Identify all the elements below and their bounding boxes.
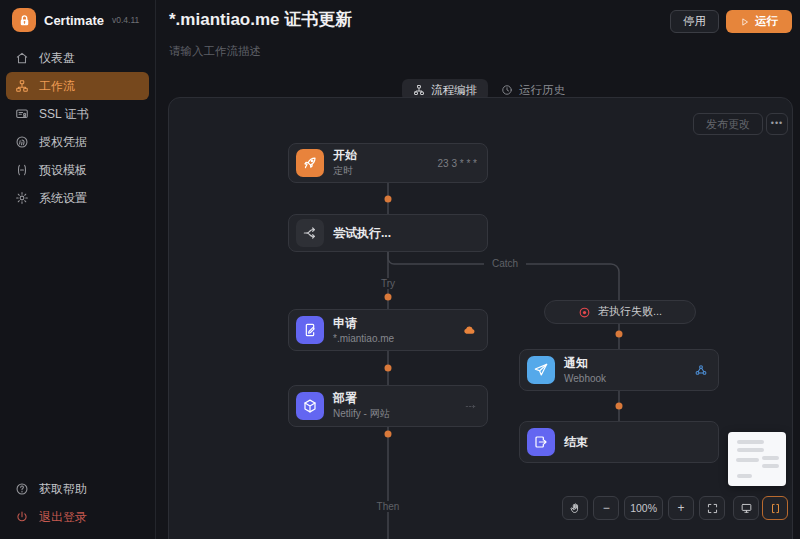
- sidebar-item-help[interactable]: 获取帮助: [6, 475, 149, 503]
- rocket-icon: [296, 149, 324, 177]
- branch-icon: [296, 219, 324, 247]
- node-subtitle: *.miantiao.me: [333, 333, 394, 344]
- minimap-node-bar: [762, 464, 779, 468]
- sidebar-item-label: 系统设置: [39, 190, 87, 207]
- app-window: Certimate v0.4.11 仪表盘 工作流 SSL 证书 授权凭据: [0, 0, 800, 539]
- app-version: v0.4.11: [112, 15, 139, 25]
- failure-icon: [578, 306, 591, 319]
- more-options-button[interactable]: •••: [766, 113, 788, 135]
- minimap-toggle-button[interactable]: [762, 496, 788, 520]
- logout-icon: [15, 510, 29, 524]
- node-title: 部署: [333, 391, 390, 405]
- home-icon: [15, 51, 29, 65]
- webhook-icon: [694, 363, 708, 377]
- sidebar-item-settings[interactable]: 系统设置: [6, 184, 149, 212]
- minimap-node-bar: [762, 456, 779, 460]
- sidebar-item-logout[interactable]: 退出登录: [6, 503, 149, 531]
- app-logo-lock-icon: [12, 8, 36, 32]
- node-deploy[interactable]: 部署 Netlify - 网站: [288, 385, 488, 427]
- add-node-dot[interactable]: [616, 331, 623, 338]
- add-node-dot[interactable]: [385, 365, 392, 372]
- edge-label-try: Try: [374, 278, 402, 289]
- node-end[interactable]: 结束: [519, 421, 719, 463]
- sidebar-item-credentials[interactable]: 授权凭据: [6, 128, 149, 156]
- minimap-node-bar: [736, 458, 759, 462]
- zoom-level-button[interactable]: 100%: [624, 496, 663, 520]
- node-title: 开始: [333, 148, 357, 162]
- node-title: 通知: [564, 356, 606, 370]
- sidebar-item-label: 工作流: [39, 78, 75, 95]
- screen-icon: [740, 502, 753, 515]
- workflow-description-placeholder[interactable]: 请输入工作流描述: [169, 44, 261, 59]
- package-icon: [296, 392, 324, 420]
- node-subtitle: Netlify - 网站: [333, 407, 390, 421]
- app-name: Certimate: [44, 13, 104, 28]
- cloud-icon: [462, 323, 477, 338]
- run-button[interactable]: 运行: [726, 10, 792, 33]
- edge-label-then: Then: [370, 501, 406, 512]
- disable-button[interactable]: 停用: [670, 10, 719, 33]
- sidebar-item-label: 授权凭据: [39, 134, 87, 151]
- minimap-node-bar: [737, 448, 764, 452]
- sidebar-item-dashboard[interactable]: 仪表盘: [6, 44, 149, 72]
- expand-icon: [706, 502, 719, 515]
- minimap[interactable]: [728, 432, 786, 486]
- sidebar-nav: 仪表盘 工作流 SSL 证书 授权凭据 预设模板 系统设置: [0, 44, 155, 212]
- sidebar: Certimate v0.4.11 仪表盘 工作流 SSL 证书 授权凭据: [0, 0, 156, 539]
- flow-icon: [413, 84, 425, 96]
- publish-changes-button[interactable]: 发布更改: [693, 113, 763, 135]
- hand-icon: [569, 502, 582, 515]
- credential-icon: [15, 135, 29, 149]
- play-icon: [740, 17, 750, 27]
- zoom-in-button[interactable]: +: [668, 496, 694, 520]
- sidebar-item-label: SSL 证书: [39, 106, 89, 123]
- settings-icon: [15, 191, 29, 205]
- sidebar-item-label: 预设模板: [39, 162, 87, 179]
- node-notify[interactable]: 通知 Webhook: [519, 349, 719, 391]
- minimap-node-bar: [737, 440, 764, 444]
- add-node-dot[interactable]: [385, 196, 392, 203]
- sidebar-spacer: [0, 212, 155, 475]
- send-icon: [527, 356, 555, 384]
- sidebar-item-label: 获取帮助: [39, 481, 87, 498]
- add-node-dot[interactable]: [385, 431, 392, 438]
- certificate-request-icon: [296, 316, 324, 344]
- end-icon: [527, 428, 555, 456]
- fit-view-button[interactable]: [699, 496, 725, 520]
- node-title: 申请: [333, 316, 394, 330]
- arrow-dash-icon: [464, 400, 477, 413]
- node-subtitle: 定时: [333, 164, 357, 178]
- workflow-title[interactable]: *.miantiao.me 证书更新: [169, 8, 352, 31]
- node-start[interactable]: 开始 定时 23 3 * * *: [288, 143, 488, 183]
- node-apply-certificate[interactable]: 申请 *.miantiao.me: [288, 309, 488, 351]
- node-on-failure[interactable]: 若执行失败...: [544, 300, 696, 324]
- minimap-node-bar: [737, 474, 752, 478]
- main-area: *.miantiao.me 证书更新 请输入工作流描述 停用 运行 流程编排 运…: [156, 0, 800, 539]
- pan-tool-button[interactable]: [562, 496, 588, 520]
- node-title: 若执行失败...: [598, 305, 662, 318]
- sidebar-item-ssl-certificates[interactable]: SSL 证书: [6, 100, 149, 128]
- sidebar-item-label: 仪表盘: [39, 50, 75, 67]
- app-logo-row: Certimate v0.4.11: [0, 0, 155, 44]
- sidebar-item-label: 退出登录: [39, 509, 87, 526]
- zoom-out-button[interactable]: −: [593, 496, 619, 520]
- node-subtitle: Webhook: [564, 373, 606, 384]
- edge-label-catch: Catch: [484, 258, 526, 269]
- canvas-toolbar: − 100% +: [562, 496, 788, 520]
- add-node-dot[interactable]: [385, 294, 392, 301]
- presentation-button[interactable]: [733, 496, 759, 520]
- canvas-actions: 发布更改 •••: [693, 113, 788, 135]
- header-actions: 停用 运行: [670, 10, 792, 33]
- brackets-icon: [769, 502, 782, 515]
- sidebar-item-workflows[interactable]: 工作流: [6, 72, 149, 100]
- history-icon: [501, 84, 513, 96]
- sidebar-item-templates[interactable]: 预设模板: [6, 156, 149, 184]
- workflow-icon: [15, 79, 29, 93]
- add-node-dot[interactable]: [616, 403, 623, 410]
- template-icon: [15, 163, 29, 177]
- node-try-execute[interactable]: 尝试执行...: [288, 214, 488, 252]
- workflow-canvas[interactable]: 发布更改 •••: [168, 97, 793, 539]
- certificate-icon: [15, 107, 29, 121]
- node-title: 尝试执行...: [333, 226, 391, 240]
- cron-expression: 23 3 * * *: [438, 158, 477, 169]
